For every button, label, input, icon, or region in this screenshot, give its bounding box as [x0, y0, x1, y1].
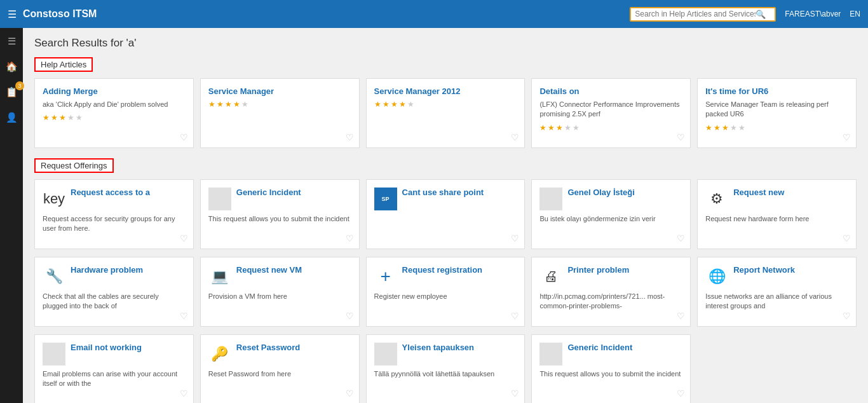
favorite-icon[interactable]: ♡	[511, 311, 519, 321]
card-icon-area: SP Cant use share point	[374, 188, 517, 210]
card-desc: Email problems can arise with your accou…	[43, 369, 186, 389]
request-offering-card[interactable]: Generic Incident This request allows you…	[200, 179, 360, 249]
card-icon	[208, 188, 231, 210]
sidebar-home-icon[interactable]: 🏠	[0, 58, 23, 75]
help-articles-label[interactable]: Help Articles	[34, 57, 93, 72]
request-offering-card[interactable]: 💻 Request new VM Provision a VM from her…	[200, 257, 360, 327]
card-desc: (LFX) Connector Performance Improvements…	[539, 100, 682, 120]
sidebar-user-icon[interactable]: 👤	[0, 109, 23, 126]
favorite-icon[interactable]: ♡	[677, 311, 685, 321]
request-offering-card[interactable]: SP Cant use share point ♡	[366, 179, 526, 249]
favorite-icon[interactable]: ♡	[346, 233, 354, 243]
favorite-icon[interactable]: ♡	[180, 233, 188, 243]
favorite-icon[interactable]: ♡	[180, 388, 188, 399]
card-stars: ★★★★★	[374, 100, 517, 109]
search-box[interactable]: 🔍	[630, 7, 776, 22]
card-icon: 🌐	[705, 265, 728, 288]
card-stars: ★★★★★	[208, 100, 351, 109]
request-offering-card[interactable]: 🌐 Report Network Issue networks are an a…	[697, 257, 857, 327]
card-icon-area: key Request access to a	[43, 188, 186, 210]
sidebar-menu-icon[interactable]: ☰	[0, 33, 23, 50]
request-offering-card[interactable]: key Request access to a Request access f…	[34, 179, 194, 249]
card-title: Reset Password	[236, 343, 300, 352]
card-icon-area: + Request registration	[374, 265, 517, 288]
request-offering-card[interactable]: + Request registration Register new empl…	[366, 257, 526, 327]
hamburger-icon[interactable]: ☰	[8, 8, 17, 20]
favorite-icon[interactable]: ♡	[346, 132, 354, 142]
request-offering-card[interactable]: 🔧 Hardware problem Check that all the ca…	[34, 257, 194, 327]
star-filled: ★	[548, 123, 555, 132]
card-desc: Request access for security groups for a…	[43, 214, 186, 234]
star-empty: ★	[407, 100, 414, 109]
favorite-icon[interactable]: ♡	[180, 132, 188, 142]
card-icon-area: 🔧 Hardware problem	[43, 265, 186, 288]
request-offerings-grid-1: key Request access to a Request access f…	[34, 179, 857, 249]
card-icon-area: 🔑 Reset Password	[208, 343, 351, 365]
favorite-icon[interactable]: ♡	[677, 132, 685, 142]
card-icon: ⚙	[705, 188, 728, 210]
card-desc: Tällä pyynnöllä voit lähettää tapauksen	[374, 369, 517, 379]
card-icon-area: Yleisen tapauksen	[374, 343, 517, 365]
star-empty: ★	[76, 113, 83, 122]
request-offering-card[interactable]: 🔑 Reset Password Reset Password from her…	[200, 334, 360, 403]
header: ☰ Constoso ITSM 🔍 FAREAST\abver EN	[0, 0, 868, 28]
request-offering-card[interactable]: Genel Olay İsteği Bu istek olayı gönderm…	[531, 179, 691, 249]
header-left: ☰ Constoso ITSM	[8, 8, 97, 20]
card-desc: aka 'Click Apply and Die' problem solved	[43, 100, 186, 109]
star-empty: ★	[564, 123, 571, 132]
favorite-icon[interactable]: ♡	[843, 233, 851, 243]
help-article-card[interactable]: Service Manager 2012 ★★★★★ ♡	[366, 78, 526, 148]
sidebar: ☰ 🏠 📋 3 👤	[0, 28, 23, 403]
language-selector[interactable]: EN	[850, 10, 860, 18]
search-input[interactable]	[635, 10, 756, 18]
star-filled: ★	[722, 123, 729, 132]
request-offering-card[interactable]: Yleisen tapauksen Tällä pyynnöllä voit l…	[366, 334, 526, 403]
request-offering-card[interactable]: 🖨 Printer problem http://in.pcmag.com/pr…	[531, 257, 691, 327]
star-filled: ★	[399, 100, 406, 109]
card-title: It's time for UR6	[705, 86, 848, 96]
star-filled: ★	[59, 113, 66, 122]
request-offerings-label[interactable]: Request Offerings	[34, 158, 114, 173]
request-offering-card[interactable]: Email not working Email problems can ari…	[34, 334, 194, 403]
card-title: Yleisen tapauksen	[402, 343, 474, 352]
card-desc: Request new hardware form here	[705, 214, 848, 224]
favorite-icon[interactable]: ♡	[511, 132, 519, 142]
star-filled: ★	[539, 123, 546, 132]
card-title: Generic Incident	[236, 188, 301, 197]
favorite-icon[interactable]: ♡	[843, 311, 851, 321]
favorite-icon[interactable]: ♡	[511, 233, 519, 243]
star-filled: ★	[383, 100, 390, 109]
card-title: Genel Olay İsteği	[567, 188, 635, 197]
favorite-icon[interactable]: ♡	[677, 388, 685, 399]
star-empty: ★	[67, 113, 74, 122]
card-icon	[43, 343, 65, 365]
star-filled: ★	[714, 123, 721, 132]
help-articles-section: Help Articles Adding Merge aka 'Click Ap…	[34, 57, 857, 148]
favorite-icon[interactable]: ♡	[180, 311, 188, 321]
star-empty: ★	[573, 123, 580, 132]
header-right: 🔍 FAREAST\abver EN	[630, 7, 860, 22]
favorite-icon[interactable]: ♡	[346, 311, 354, 321]
help-article-card[interactable]: It's time for UR6 Service Manager Team i…	[697, 78, 857, 148]
favorite-icon[interactable]: ♡	[843, 132, 851, 142]
favorite-icon[interactable]: ♡	[511, 388, 519, 399]
request-offerings-grid-3: Email not working Email problems can ari…	[34, 334, 857, 403]
sidebar-tickets-icon[interactable]: 📋 3	[0, 84, 23, 100]
card-title: Adding Merge	[43, 86, 186, 96]
favorite-icon[interactable]: ♡	[677, 233, 685, 243]
card-stars: ★★★★★	[43, 113, 186, 122]
search-icon: 🔍	[756, 10, 766, 19]
star-filled: ★	[217, 100, 224, 109]
request-offering-card[interactable]: ⚙ Request new Request new hardware form …	[697, 179, 857, 249]
star-filled: ★	[556, 123, 563, 132]
card-icon-area: Generic Incident	[539, 343, 682, 365]
help-article-card[interactable]: Service Manager ★★★★★ ♡	[200, 78, 360, 148]
request-offering-card[interactable]: Generic Incident This request allows you…	[531, 334, 691, 403]
request-offerings-section: Request Offerings key Request access to …	[34, 158, 857, 403]
card-icon: 🖨	[539, 265, 562, 288]
favorite-icon[interactable]: ♡	[346, 388, 354, 399]
card-desc: This request allows you to submit the in…	[208, 214, 351, 224]
card-title: Request registration	[402, 265, 482, 275]
help-article-card[interactable]: Details on (LFX) Connector Performance I…	[531, 78, 691, 148]
help-article-card[interactable]: Adding Merge aka 'Click Apply and Die' p…	[34, 78, 194, 148]
